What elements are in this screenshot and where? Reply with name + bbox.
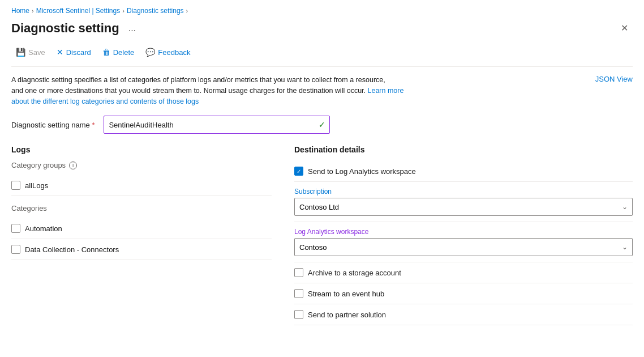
setting-name-row: Diagnostic setting name * ✓ (11, 116, 633, 134)
page-header: Diagnostic setting ... ✕ (11, 20, 633, 36)
breadcrumb-sep-1: › (32, 7, 34, 14)
description-text: A diagnostic setting specifies a list of… (11, 75, 419, 107)
page-title: Diagnostic setting (11, 21, 119, 36)
close-button[interactable]: ✕ (616, 20, 633, 36)
log-analytics-workspace-label: Log Analytics workspace (294, 228, 633, 236)
automation-row: Automation (11, 218, 272, 239)
breadcrumb-sep-2: › (122, 7, 124, 14)
two-col-layout: Logs Category groups i allLogs Categorie… (11, 145, 633, 325)
feedback-button[interactable]: 💬 Feedback (141, 45, 195, 60)
save-button[interactable]: 💾 Save (11, 45, 50, 60)
subscription-label: Subscription (294, 188, 633, 196)
logs-section-header: Logs (11, 145, 272, 154)
destination-section-header: Destination details (294, 145, 633, 154)
log-analytics-checkbox[interactable]: ✓ (294, 167, 303, 176)
data-collection-checkbox[interactable] (11, 245, 20, 254)
partner-solution-label: Send to partner solution (308, 311, 386, 319)
all-logs-label: allLogs (25, 181, 48, 190)
all-logs-row: allLogs (11, 175, 272, 196)
description-line1: A diagnostic setting specifies a list of… (11, 76, 385, 84)
breadcrumb-diagnostic-settings[interactable]: Diagnostic settings (127, 7, 184, 15)
data-collection-label: Data Collection - Connectors (25, 245, 119, 254)
subscription-select[interactable]: Contoso Ltd (299, 198, 628, 215)
breadcrumb-sentinel[interactable]: Microsoft Sentinel | Settings (36, 7, 121, 15)
subscription-dropdown[interactable]: Contoso Ltd ⌄ (294, 198, 633, 216)
setting-name-label: Diagnostic setting name * (11, 121, 95, 129)
data-collection-row: Data Collection - Connectors (11, 239, 272, 260)
logs-column: Logs Category groups i allLogs Categorie… (11, 145, 294, 325)
partner-solution-row: Send to partner solution (294, 304, 633, 325)
stream-event-hub-checkbox[interactable] (294, 289, 303, 298)
discard-button[interactable]: ✕ Discard (52, 45, 96, 60)
save-label: Save (28, 48, 45, 57)
delete-button[interactable]: 🗑 Delete (98, 45, 139, 60)
log-analytics-workspace-group: Log Analytics workspace Contoso ⌄ (294, 222, 633, 262)
delete-label: Delete (113, 48, 135, 57)
categories-section: Categories Automation Data Collection - … (11, 204, 272, 260)
log-analytics-dropdown[interactable]: Contoso ⌄ (294, 238, 633, 256)
log-analytics-dropdown-wrapper: Contoso ⌄ (294, 238, 633, 256)
page-title-area: Diagnostic setting ... (11, 21, 139, 36)
required-asterisk: * (92, 121, 95, 129)
toolbar: 💾 Save ✕ Discard 🗑 Delete 💬 Feedback (11, 45, 633, 67)
json-view-link[interactable]: JSON View (595, 75, 633, 83)
automation-label: Automation (25, 224, 62, 233)
page-container: Home › Microsoft Sentinel | Settings › D… (0, 0, 644, 337)
category-groups-header: Category groups i (11, 161, 272, 169)
feedback-icon: 💬 (145, 48, 155, 57)
automation-checkbox[interactable] (11, 224, 20, 233)
archive-storage-label: Archive to a storage account (308, 269, 401, 277)
subscription-dropdown-wrapper: Contoso Ltd ⌄ (294, 198, 633, 216)
stream-event-hub-row: Stream to an event hub (294, 283, 633, 304)
stream-event-hub-label: Stream to an event hub (308, 290, 384, 298)
discard-icon: ✕ (57, 48, 63, 57)
log-analytics-destination-row: ✓ Send to Log Analytics workspace (294, 161, 633, 182)
breadcrumb: Home › Microsoft Sentinel | Settings › D… (11, 7, 633, 15)
destination-column: Destination details ✓ Send to Log Analyt… (294, 145, 633, 325)
log-analytics-label: Send to Log Analytics workspace (308, 167, 416, 176)
feedback-label: Feedback (158, 48, 190, 57)
save-icon: 💾 (16, 48, 25, 57)
discard-label: Discard (66, 48, 91, 57)
setting-name-input[interactable] (104, 116, 330, 134)
archive-storage-checkbox[interactable] (294, 268, 303, 277)
archive-storage-row: Archive to a storage account (294, 262, 633, 283)
description-area: A diagnostic setting specifies a list of… (11, 75, 633, 107)
category-groups-info-icon[interactable]: i (69, 162, 77, 169)
input-checkmark-icon: ✓ (319, 120, 325, 129)
partner-solution-checkbox[interactable] (294, 310, 303, 319)
all-logs-checkbox[interactable] (11, 181, 20, 190)
breadcrumb-home[interactable]: Home (11, 7, 29, 15)
breadcrumb-sep-3: › (186, 7, 188, 14)
subscription-group: Subscription Contoso Ltd ⌄ (294, 182, 633, 222)
categories-header: Categories (11, 204, 272, 212)
description-line2: and one or more destinations that you wo… (11, 87, 403, 105)
more-options-button[interactable]: ... (125, 22, 139, 35)
setting-name-input-wrapper: ✓ (104, 116, 330, 134)
learn-more-link[interactable]: Learn more about the different log categ… (11, 87, 403, 105)
delete-icon: 🗑 (102, 48, 110, 57)
log-analytics-select[interactable]: Contoso (299, 239, 628, 256)
